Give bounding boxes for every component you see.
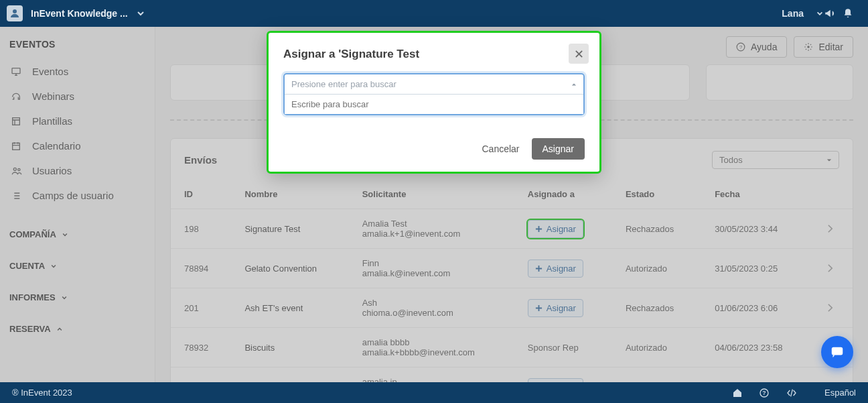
user-dropdown-icon[interactable]: [816, 9, 824, 17]
cell-solicitante: Amalia Testamalia.k+1@inevent.com: [349, 209, 514, 249]
col-estado: Estado: [612, 180, 701, 209]
svg-text:?: ?: [739, 44, 742, 50]
chevron-down-icon: [50, 263, 57, 270]
cell-nombre: Signature Test: [231, 209, 348, 249]
footer-language[interactable]: Español: [824, 388, 856, 398]
table-row[interactable]: 201Ash ET's eventAshchioma.o@inevent.com…: [171, 288, 853, 328]
close-icon: [575, 50, 583, 58]
svg-point-0: [13, 9, 17, 13]
row-chevron[interactable]: [814, 209, 853, 249]
user-menu[interactable]: Lana: [782, 8, 804, 19]
assign-button[interactable]: Asignar: [528, 260, 583, 278]
assigned-text: Sponsor Rep: [528, 343, 579, 353]
table-row[interactable]: 78894Gelato ConventionFinnamalia.k@ineve…: [171, 249, 853, 288]
chevron-down-icon: [61, 294, 68, 301]
topbar: InEvent Knowledge ... Lana: [0, 0, 868, 27]
filter-select[interactable]: Todos: [712, 151, 839, 169]
envios-table: ID Nombre Solicitante Asignado a Estado …: [171, 180, 853, 382]
sidebar-item-camps-de-usuario[interactable]: Camps de usuario: [9, 183, 145, 208]
modal-close-button[interactable]: [569, 44, 589, 64]
chat-icon: [830, 345, 845, 359]
caret-down-icon: [826, 158, 832, 163]
cell-solicitante: Ashchioma.o@inevent.com: [349, 288, 514, 328]
announce-icon[interactable]: [824, 7, 843, 19]
footer-home-icon[interactable]: [732, 388, 759, 398]
footer-code-icon[interactable]: [786, 388, 812, 398]
footer-help-icon[interactable]: ?: [759, 388, 786, 398]
sidebar-item-plantillas[interactable]: Plantillas: [9, 109, 145, 133]
edit-label: Editar: [818, 42, 843, 52]
list-icon: [11, 190, 23, 201]
table-row[interactable]: 198Signature TestAmalia Testamalia.k+1@i…: [171, 209, 853, 249]
sidebar-cuenta-label: CUENTA: [9, 261, 45, 271]
sidebar-item-eventos[interactable]: Eventos: [9, 59, 145, 84]
cell-fecha: 04/06/2023 23:58: [701, 328, 814, 367]
cell-asignado: Sponsor Rep: [514, 328, 612, 367]
assign-confirm-button[interactable]: Asignar: [532, 138, 585, 160]
assign-button[interactable]: Asignar: [528, 299, 583, 317]
svg-point-8: [808, 46, 810, 48]
panel-title: Envíos: [184, 154, 217, 166]
sidebar-section-compania[interactable]: COMPAÑÍA: [9, 229, 145, 239]
assign-search-input[interactable]: [285, 95, 583, 114]
template-icon: [11, 116, 23, 127]
sidebar-compania-label: COMPAÑÍA: [9, 229, 56, 239]
cell-estado: Rechazados: [612, 288, 701, 328]
monitor-icon: [11, 66, 23, 77]
svg-point-5: [18, 168, 20, 170]
footer-copyright: ® InEvent 2023: [12, 388, 72, 398]
sidebar-section-reserva[interactable]: RESERVA: [9, 324, 145, 334]
cell-estado: Autorizado: [612, 328, 701, 367]
cell-nombre: Biscuits: [231, 328, 348, 367]
sidebar-item-calendario[interactable]: Calendario: [9, 133, 145, 158]
help-icon: ?: [736, 42, 745, 52]
intercom-launcher[interactable]: [821, 336, 853, 368]
row-chevron[interactable]: [814, 288, 853, 328]
svg-rect-1: [12, 68, 20, 73]
svg-point-4: [13, 168, 16, 170]
help-button[interactable]: ? Ayuda: [726, 36, 787, 58]
cell-estado: Rechazados: [612, 367, 701, 383]
assign-select-header[interactable]: Presione enter para buscar: [285, 74, 583, 95]
plus-icon: [535, 265, 542, 272]
page-toolbar: ? Ayuda Editar: [726, 36, 853, 58]
row-chevron[interactable]: [814, 367, 853, 383]
sidebar-section-informes[interactable]: INFORMES: [9, 292, 145, 302]
sidebar-section-cuenta[interactable]: CUENTA: [9, 261, 145, 271]
col-solicitante: Solicitante: [349, 180, 514, 209]
filter-label: Todos: [719, 155, 743, 165]
users-icon: [11, 166, 23, 176]
sidebar-item-webinars[interactable]: Webinars: [9, 84, 145, 109]
sidebar-item-usuarios[interactable]: Usuarios: [9, 158, 145, 183]
assign-button[interactable]: Asignar: [528, 220, 583, 238]
col-nombre: Nombre: [231, 180, 348, 209]
cell-id: 229: [171, 367, 231, 383]
edit-button[interactable]: Editar: [794, 36, 853, 58]
sidebar-reserva-label: RESERVA: [9, 324, 51, 334]
sidebar: EVENTOS EventosWebinarsPlantillasCalenda…: [0, 27, 155, 382]
svg-text:?: ?: [762, 390, 766, 396]
row-chevron[interactable]: [814, 249, 853, 288]
sidebar-item-label: Usuarios: [32, 165, 72, 176]
cell-asignado: Asignar: [514, 249, 612, 288]
app-dropdown-icon[interactable]: [136, 9, 145, 18]
cell-asignado: Asignar: [514, 367, 612, 383]
plus-icon: [535, 304, 542, 312]
help-label: Ayuda: [751, 42, 777, 52]
assign-select[interactable]: Presione enter para buscar: [283, 73, 585, 115]
cancel-button[interactable]: Cancelar: [482, 143, 520, 154]
calendar-icon: [11, 141, 23, 152]
bell-icon[interactable]: [843, 8, 861, 19]
app-logo: [7, 5, 23, 21]
table-row[interactable]: 229Event 2amalia jpamalia.k@inevent.jpAs…: [171, 367, 853, 383]
col-asignado: Asignado a: [514, 180, 612, 209]
cell-id: 198: [171, 209, 231, 249]
chevron-down-icon: [62, 231, 68, 238]
modal-title: Asignar a 'Signature Test: [283, 48, 585, 61]
table-row[interactable]: 78932Biscuitsamalia bbbbamalia.k+bbbb@in…: [171, 328, 853, 367]
col-id: ID: [171, 180, 231, 209]
cell-fecha: 30/05/2023 3:44: [701, 209, 814, 249]
chevron-up-icon: [56, 326, 63, 333]
assign-label: Asignar: [547, 303, 576, 313]
cell-nombre: Ash ET's event: [231, 288, 348, 328]
